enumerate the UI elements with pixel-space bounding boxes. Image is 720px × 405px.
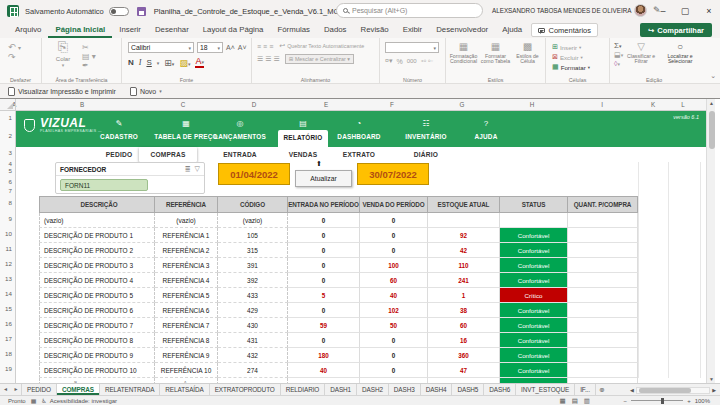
- new-button[interactable]: Novo ▾: [130, 87, 162, 96]
- fill-icon[interactable]: ⬓▾: [614, 51, 623, 59]
- cell-estoque[interactable]: 241: [428, 273, 500, 288]
- align-bottom-icon[interactable]: ≡: [269, 43, 273, 50]
- cell-entrada[interactable]: 0: [288, 213, 360, 228]
- cell-estoque[interactable]: 360: [428, 348, 500, 363]
- sheet-nav-right-icon[interactable]: ▸: [11, 384, 22, 395]
- cell-referencia[interactable]: REFERÊNCIA 9: [155, 348, 218, 363]
- column-header-f[interactable]: F: [383, 99, 401, 111]
- cell-descricao[interactable]: DESCRIÇÃO DE PRODUTO 1: [39, 228, 155, 243]
- number-format-select[interactable]: ▾: [385, 42, 439, 53]
- avatar[interactable]: [634, 4, 647, 17]
- cell-venda[interactable]: 0: [360, 213, 428, 228]
- ribbon-tab-layout-da-pagina[interactable]: Layout da Página: [196, 22, 271, 38]
- ribbon-tab-revisao[interactable]: Revisão: [354, 22, 396, 38]
- banner-item-inventario[interactable]: ☷INVENTÁRIO: [391, 111, 461, 147]
- cell-estoque[interactable]: 47: [428, 363, 500, 378]
- sheet-tab-reldiario[interactable]: RELDIARIO: [281, 384, 326, 395]
- cell-quant-compra[interactable]: [568, 333, 638, 348]
- macro-record-icon[interactable]: ▦: [31, 397, 37, 404]
- minimize-button[interactable]: –: [652, 0, 674, 22]
- cell-status[interactable]: Confortável: [500, 273, 568, 288]
- ribbon-tab-desenvolvedor[interactable]: Desenvolvedor: [429, 22, 495, 38]
- save-icon[interactable]: [137, 7, 146, 16]
- column-header-i[interactable]: I: [593, 99, 611, 111]
- column-header-l[interactable]: L: [674, 99, 692, 111]
- comments-button[interactable]: Comentários: [531, 23, 598, 37]
- redo-icon[interactable]: ↷: [8, 52, 41, 62]
- cell-descricao[interactable]: DESCRIÇÃO DE PRODUTO 7: [39, 318, 155, 333]
- autosum-icon[interactable]: Σ▾: [614, 41, 623, 50]
- autosave-toggle[interactable]: [109, 7, 129, 16]
- zoom-out-icon[interactable]: −: [624, 398, 628, 404]
- cell-status[interactable]: Confortável: [500, 228, 568, 243]
- cell-codigo[interactable]: 391: [218, 258, 288, 273]
- cell-quant-compra[interactable]: [568, 318, 638, 333]
- cell-venda[interactable]: 0: [360, 348, 428, 363]
- sheet-tab-dash6[interactable]: DASH6: [484, 384, 516, 395]
- cell-descricao[interactable]: DESCRIÇÃO DE PRODUTO 6: [39, 303, 155, 318]
- cell-codigo[interactable]: 432: [218, 348, 288, 363]
- format-painter-icon[interactable]: ✒: [82, 61, 96, 70]
- search-input[interactable]: Pesquisar (Alt+G): [336, 3, 483, 18]
- wrap-text-icon[interactable]: ↩: [279, 42, 285, 50]
- cell-status[interactable]: [500, 213, 568, 228]
- subtab-compras[interactable]: COMPRAS: [139, 147, 197, 162]
- hscroll-left-icon[interactable]: ◀: [630, 387, 634, 393]
- cell-venda[interactable]: 0: [360, 228, 428, 243]
- cell-status[interactable]: Confortável: [500, 258, 568, 273]
- copy-icon[interactable]: ▤ ▾: [82, 52, 96, 61]
- bold-button[interactable]: N: [128, 58, 134, 67]
- table-header-venda-do-periodo[interactable]: VENDA DO PERÍODO: [360, 196, 428, 213]
- row-header-9[interactable]: 9: [9, 215, 12, 222]
- sheet-tab-pedido[interactable]: PEDIDO: [22, 384, 57, 395]
- column-header-d[interactable]: D: [245, 99, 263, 111]
- row-header-2[interactable]: 2: [9, 132, 12, 139]
- font-size-select[interactable]: 18▾: [197, 42, 223, 53]
- cell-quant-compra[interactable]: [568, 213, 638, 228]
- cell-entrada[interactable]: 59: [288, 318, 360, 333]
- cell-referencia[interactable]: REFERÊNCIA 4: [155, 273, 218, 288]
- ribbon-tab-arquivo[interactable]: Arquivo: [8, 22, 48, 38]
- cell-entrada[interactable]: 0: [288, 228, 360, 243]
- font-color-icon[interactable]: A▾: [195, 57, 204, 68]
- maximize-button[interactable]: ▢: [674, 0, 696, 22]
- column-header-g[interactable]: G: [453, 99, 471, 111]
- cell-quant-compra[interactable]: [568, 273, 638, 288]
- cell-venda[interactable]: 100: [360, 258, 428, 273]
- cell-venda[interactable]: 102: [360, 303, 428, 318]
- row-header-15[interactable]: 15: [5, 305, 12, 312]
- banner-item-lancamentos[interactable]: ◎LANÇAMENTOS: [201, 111, 279, 147]
- comma-icon[interactable]: 000: [407, 58, 417, 64]
- hscroll-right-icon[interactable]: ▶: [712, 387, 716, 393]
- table-header-referencia[interactable]: REFERÊNCIA: [155, 196, 218, 213]
- align-center-icon[interactable]: ☰: [265, 55, 271, 63]
- qat-dropdown-icon[interactable]: ▾: [159, 88, 162, 94]
- scroll-down-icon[interactable]: ▼: [707, 376, 716, 382]
- cell-descricao[interactable]: (vazio): [39, 213, 155, 228]
- share-button[interactable]: ↪ Compartilhar: [640, 23, 712, 37]
- cell-quant-compra[interactable]: [568, 303, 638, 318]
- delete-cells-button[interactable]: ⊠ Excluir ▾: [552, 52, 609, 62]
- ribbon-tab-desenhar[interactable]: Desenhar: [148, 22, 196, 38]
- table-header-entrada-no-periodo[interactable]: ENTRADA NO PERÍODO: [288, 196, 360, 213]
- cell-status[interactable]: Confortável: [500, 333, 568, 348]
- cell-venda[interactable]: 60: [360, 273, 428, 288]
- increase-font-icon[interactable]: A˄: [226, 44, 235, 51]
- row-headers[interactable]: 12345678910111213141516171819: [0, 111, 16, 383]
- sheet-nav-left-icon[interactable]: ◂: [0, 384, 11, 395]
- normal-view-icon[interactable]: ▦: [560, 397, 566, 405]
- cell-referencia[interactable]: REFERÊNCIA 1: [155, 228, 218, 243]
- row-header-10[interactable]: 10: [5, 230, 12, 237]
- align-middle-icon[interactable]: ≡: [263, 43, 267, 50]
- subtab-vendas[interactable]: VENDAS: [274, 147, 332, 162]
- cell-status[interactable]: Confortável: [500, 318, 568, 333]
- decrease-font-icon[interactable]: A˅: [238, 44, 247, 51]
- cell-estoque[interactable]: 1: [428, 288, 500, 303]
- cell-entrada[interactable]: 5: [288, 288, 360, 303]
- row-header-18[interactable]: 18: [5, 350, 12, 357]
- cell-status[interactable]: Confortável: [500, 243, 568, 258]
- cell-descricao[interactable]: DESCRIÇÃO DE PRODUTO 8: [39, 333, 155, 348]
- fill-color-icon[interactable]: ▨▾: [179, 58, 190, 68]
- cell-descricao[interactable]: DESCRIÇÃO DE PRODUTO 3: [39, 258, 155, 273]
- cell-descricao[interactable]: DESCRIÇÃO DE PRODUTO 10: [39, 363, 155, 378]
